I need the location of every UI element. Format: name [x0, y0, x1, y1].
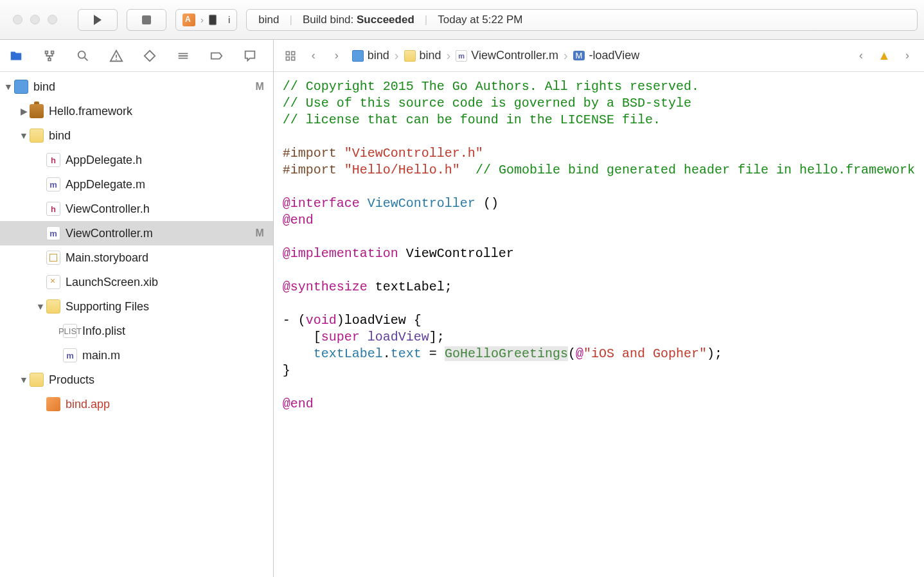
grid-icon	[284, 49, 297, 62]
breadcrumb-project[interactable]: bind	[348, 49, 393, 62]
next-issue-button[interactable]: ›	[898, 47, 916, 65]
impl-file-icon: m	[46, 177, 60, 191]
tree-label: bind.app	[66, 398, 264, 411]
zoom-window-button[interactable]	[48, 15, 57, 24]
window-controls	[13, 15, 57, 24]
folder-icon	[30, 129, 44, 143]
activity-time: Today at 5:22 PM	[438, 13, 522, 26]
impl-file-icon: m	[63, 348, 77, 362]
xib-icon	[46, 275, 60, 289]
symbol-navigator-tab[interactable]	[40, 46, 59, 66]
breadcrumb-label: -loadView	[589, 49, 639, 62]
project-icon	[352, 50, 364, 62]
tree-label: ViewController.m	[66, 227, 255, 240]
scheme-selector[interactable]: › i	[175, 9, 237, 31]
folder-icon	[404, 50, 416, 62]
impl-file-icon: m	[46, 226, 60, 240]
folder-icon	[46, 299, 60, 314]
play-icon	[94, 15, 102, 25]
breadcrumb-label: bind	[420, 49, 441, 62]
run-button[interactable]	[78, 9, 118, 31]
tree-label: bind	[49, 129, 264, 143]
navigator: ▼ bind M ▶ Hello.framework ▼ bind h AppD…	[0, 40, 274, 577]
find-navigator-tab[interactable]	[73, 46, 93, 66]
chevron-right-icon: ›	[905, 49, 909, 62]
tree-label: main.m	[82, 349, 264, 362]
test-navigator-tab[interactable]	[140, 46, 159, 66]
project-icon	[14, 80, 28, 94]
app-icon	[182, 13, 195, 26]
svg-point-1	[116, 58, 117, 60]
tree-file-selected[interactable]: m ViewController.m M	[0, 221, 273, 245]
diamond-icon	[143, 49, 157, 63]
prev-issue-button[interactable]: ‹	[852, 47, 870, 65]
chevron-right-icon: ›	[200, 14, 204, 25]
disclosure-icon[interactable]: ▶	[19, 106, 28, 116]
speech-icon	[243, 49, 257, 63]
tree-framework[interactable]: ▶ Hello.framework	[0, 99, 273, 123]
breadcrumb-folder[interactable]: bind	[400, 49, 445, 62]
tree-folder-products[interactable]: ▼ Products	[0, 368, 273, 392]
disclosure-icon[interactable]: ▼	[4, 82, 13, 92]
breadcrumb-symbol[interactable]: M -loadView	[569, 49, 644, 62]
minimize-window-button[interactable]	[30, 15, 40, 24]
tree-product[interactable]: bind.app	[0, 392, 273, 416]
tree-file[interactable]: m main.m	[0, 343, 273, 368]
report-navigator-tab[interactable]	[240, 46, 260, 66]
chevron-right-icon: ›	[564, 48, 568, 63]
impl-file-icon: m	[456, 50, 467, 62]
forward-button[interactable]: ›	[328, 47, 346, 65]
tree-file[interactable]: LaunchScreen.xib	[0, 270, 273, 294]
chevron-left-icon: ‹	[859, 49, 863, 62]
tree-label: Supporting Files	[66, 300, 264, 314]
folder-icon	[30, 373, 44, 387]
plist-icon: PLIST	[63, 324, 77, 338]
tree-label: Hello.framework	[49, 105, 264, 118]
activity-project: bind	[258, 13, 279, 26]
app-icon	[46, 397, 60, 411]
toolbar: › i bind | Build bind: Succeeded | Today…	[0, 0, 924, 40]
framework-icon	[30, 104, 44, 118]
close-window-button[interactable]	[13, 15, 22, 24]
tree-file[interactable]: Main.storyboard	[0, 245, 273, 270]
tree-file[interactable]: h ViewController.h	[0, 197, 273, 221]
tree-file[interactable]: h AppDelegate.h	[0, 148, 273, 172]
folder-icon	[9, 49, 23, 63]
editor: ‹ › bind › bind › m ViewController.m › M…	[274, 40, 924, 577]
disclosure-icon[interactable]: ▼	[19, 375, 28, 385]
tree-file[interactable]: PLIST Info.plist	[0, 319, 273, 343]
breadcrumb-label: bind	[368, 49, 389, 62]
svg-point-0	[78, 51, 85, 58]
tree-root[interactable]: ▼ bind M	[0, 75, 273, 99]
related-items-button[interactable]	[281, 47, 299, 65]
issues-button[interactable]: ▲	[875, 47, 893, 65]
activity-viewer: bind | Build bind: Succeeded | Today at …	[246, 9, 918, 31]
code-editor[interactable]: // Copyright 2015 The Go Authors. All ri…	[274, 72, 924, 577]
tree-label: Main.storyboard	[66, 251, 264, 265]
tree-file[interactable]: m AppDelegate.m	[0, 172, 273, 197]
tree-folder-supporting[interactable]: ▼ Supporting Files	[0, 294, 273, 319]
tree-label: AppDelegate.h	[66, 154, 264, 167]
storyboard-icon	[46, 251, 60, 265]
tree-label: bind	[33, 80, 255, 94]
device-icon	[209, 14, 217, 25]
chevron-left-icon: ‹	[312, 49, 315, 62]
jump-bar: ‹ › bind › bind › m ViewController.m › M…	[274, 40, 924, 72]
breadcrumb-label: ViewController.m	[471, 49, 558, 62]
back-button[interactable]: ‹	[305, 47, 323, 65]
breadcrumb-file[interactable]: m ViewController.m	[452, 49, 562, 62]
disclosure-icon[interactable]: ▼	[36, 301, 45, 312]
stop-button[interactable]	[127, 9, 166, 31]
scheme-label: i	[228, 14, 230, 25]
chevron-right-icon: ›	[447, 48, 451, 63]
navigator-tabs	[0, 40, 273, 72]
debug-navigator-tab[interactable]	[173, 46, 193, 66]
chevron-right-icon: ›	[395, 48, 399, 63]
tree-folder-bind[interactable]: ▼ bind	[0, 123, 273, 148]
project-navigator-tab[interactable]	[6, 46, 26, 66]
scm-badge: M	[255, 81, 263, 93]
breakpoint-navigator-tab[interactable]	[207, 46, 226, 66]
breakpoint-icon	[209, 49, 224, 63]
issue-navigator-tab[interactable]	[107, 46, 126, 66]
disclosure-icon[interactable]: ▼	[19, 130, 28, 141]
